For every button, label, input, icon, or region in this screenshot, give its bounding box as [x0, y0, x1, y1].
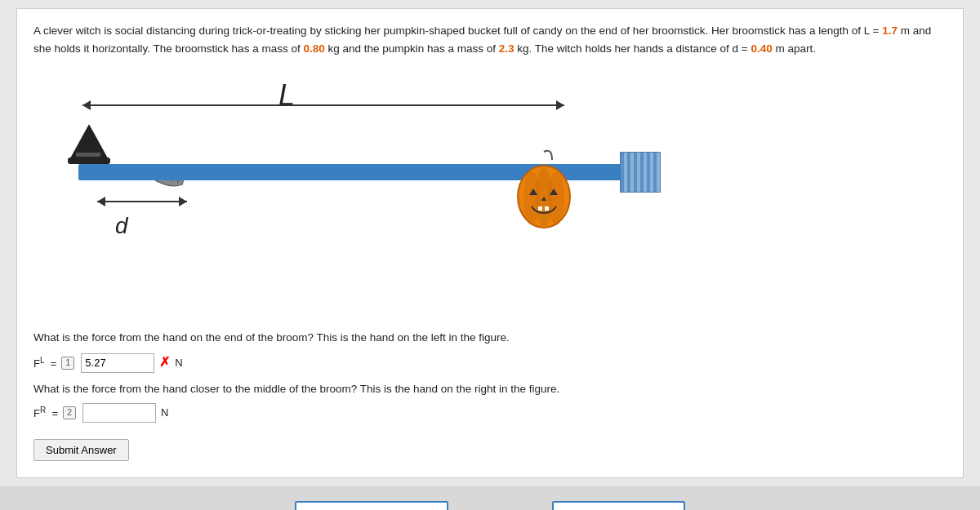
next-question-button[interactable]: View Next Question	[552, 501, 685, 510]
svg-rect-2	[76, 153, 100, 157]
mass-pumpkin-highlight: 2.3	[499, 42, 514, 55]
svg-point-8	[523, 171, 540, 225]
submit-button[interactable]: Submit Answer	[33, 439, 129, 461]
svg-point-9	[548, 171, 564, 225]
q1-label: FL =	[33, 353, 56, 374]
q1-input[interactable]	[81, 353, 154, 373]
problem-text-before: A clever witch is social distancing duri…	[33, 24, 882, 37]
pumpkin	[507, 148, 581, 240]
d-highlight: 0.40	[751, 42, 772, 55]
svg-rect-13	[538, 206, 542, 211]
main-panel: A clever witch is social distancing duri…	[16, 8, 964, 478]
L-arrow	[82, 104, 564, 106]
q2-input[interactable]	[82, 403, 156, 423]
question1-text: What is the force from the hand on the e…	[33, 328, 947, 348]
problem-text: A clever witch is social distancing duri…	[33, 22, 947, 57]
answer-row-1: FL = 1 ✗ N	[33, 351, 947, 375]
q1-wrong-icon: ✗	[159, 351, 170, 375]
broom-bristles	[620, 152, 661, 193]
q2-attempt-badge: 2	[63, 406, 76, 419]
L-highlight: 1.7	[882, 24, 898, 37]
question2-text: What is the force from the hand closer t…	[33, 379, 947, 399]
problem-text-mid3: kg. The witch holds her hands a distance…	[514, 42, 751, 55]
svg-rect-14	[545, 206, 549, 211]
d-arrow	[97, 201, 187, 202]
bottom-navigation: View Previous Question Question 4 of 6 V…	[0, 486, 980, 510]
prev-question-button[interactable]: View Previous Question	[295, 501, 448, 510]
L-label: L	[278, 78, 295, 113]
mass-broom-highlight: 0.80	[303, 42, 324, 55]
diagram: L	[33, 70, 947, 315]
d-label: d	[115, 213, 128, 239]
questions-section: What is the force from the hand on the e…	[33, 328, 947, 423]
q2-unit: N	[161, 403, 168, 422]
svg-rect-1	[68, 157, 110, 164]
q1-attempt-badge: 1	[61, 357, 74, 370]
problem-text-end: m apart.	[773, 42, 816, 55]
q1-unit: N	[175, 353, 182, 372]
q2-label: FR =	[33, 403, 58, 424]
answer-row-2: FR = 2 N	[33, 403, 947, 424]
problem-text-mid2: kg and the pumpkin has a mass of	[325, 42, 499, 55]
